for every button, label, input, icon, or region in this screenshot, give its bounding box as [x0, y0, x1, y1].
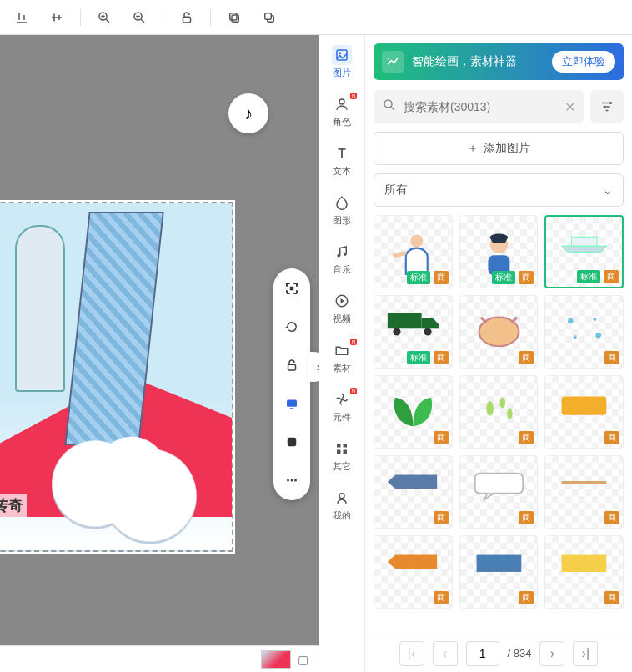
nav-item-role[interactable]: 角色N: [322, 91, 362, 132]
add-image-button[interactable]: ＋ 添加图片: [374, 132, 624, 165]
next-page-button[interactable]: ›: [539, 641, 564, 666]
tile-badge-com: 商: [519, 271, 534, 284]
nav-label: 音乐: [333, 263, 351, 276]
svg-rect-9: [287, 400, 297, 407]
focus-mode-icon[interactable]: [280, 277, 303, 300]
promo-banner[interactable]: 智能绘画，素材神器 立即体验: [374, 43, 624, 80]
asset-tile[interactable]: 商: [459, 295, 539, 369]
nav-item-text[interactable]: 文本: [322, 140, 362, 181]
tile-badge-std: 标准: [407, 351, 430, 364]
tile-badge-com: 商: [604, 431, 619, 444]
asset-tile[interactable]: 商: [544, 295, 624, 369]
asset-tile[interactable]: 商: [374, 535, 453, 609]
text-icon: [332, 143, 352, 163]
nav-item-music[interactable]: 音乐: [322, 238, 362, 279]
music-button[interactable]: ♪: [228, 93, 268, 133]
tile-badge-std: 标准: [492, 271, 515, 284]
asset-tile[interactable]: 商: [459, 535, 539, 609]
search-input[interactable]: [404, 100, 558, 113]
asset-tile[interactable]: 商: [374, 375, 453, 449]
unlock-icon[interactable]: [172, 3, 202, 33]
paste-icon[interactable]: [254, 3, 284, 33]
tile-badge-com: 商: [434, 271, 449, 284]
nav-label: 图片: [333, 67, 351, 79]
first-page-button[interactable]: |‹: [399, 641, 424, 666]
asset-tile[interactable]: 商: [374, 455, 453, 529]
component-icon: [332, 389, 352, 409]
floating-toolbar: [273, 268, 310, 500]
svg-rect-6: [265, 13, 272, 19]
more-icon[interactable]: [280, 469, 303, 492]
svg-rect-45: [474, 474, 522, 494]
separator: [163, 9, 163, 26]
nav-label: 素材: [333, 362, 351, 374]
svg-rect-3: [232, 15, 238, 22]
prev-page-button[interactable]: ‹: [433, 641, 458, 666]
svg-rect-10: [288, 438, 297, 447]
filter-button[interactable]: [590, 90, 624, 123]
svg-point-18: [344, 253, 347, 256]
tile-thumb: [386, 470, 440, 514]
asset-tile[interactable]: 商: [459, 455, 539, 529]
clear-search-icon[interactable]: ✕: [564, 99, 575, 115]
tile-badge-com: 商: [519, 591, 534, 604]
zoom-in-icon[interactable]: [89, 3, 119, 33]
page-input[interactable]: [466, 641, 499, 666]
artboard[interactable]: 写传奇: [0, 202, 233, 552]
svg-rect-44: [562, 397, 607, 415]
asset-tile[interactable]: 商: [544, 375, 624, 449]
asset-tile[interactable]: 标准商: [544, 215, 624, 288]
search-box[interactable]: ✕: [374, 90, 584, 123]
svg-point-16: [339, 99, 344, 104]
asset-tile[interactable]: 标准商: [459, 215, 539, 288]
tile-thumb: [472, 470, 526, 514]
shape-icon: [332, 193, 352, 213]
copy-icon[interactable]: [219, 3, 249, 33]
tile-thumb: [472, 310, 526, 354]
page-layout-icon[interactable]: ▢: [298, 653, 308, 666]
info-icon[interactable]: [280, 430, 303, 454]
zoom-out-icon[interactable]: [124, 3, 154, 33]
category-select[interactable]: 所有 ⌄: [374, 173, 624, 207]
display-mode-icon[interactable]: [280, 392, 303, 415]
last-page-button[interactable]: ›|: [573, 641, 598, 666]
mine-icon: [332, 488, 352, 508]
expand-handle[interactable]: ›: [308, 352, 319, 382]
tile-badge-com: 商: [604, 270, 619, 283]
separator: [80, 9, 81, 26]
tile-thumb: [557, 550, 611, 594]
nav-item-image[interactable]: 图片: [322, 42, 362, 83]
svg-rect-47: [476, 555, 521, 572]
page-thumbnail[interactable]: [261, 650, 291, 669]
asset-tile[interactable]: 商: [544, 455, 624, 529]
canvas-caption[interactable]: 写传奇: [0, 494, 27, 517]
promo-cta-button[interactable]: 立即体验: [552, 51, 615, 73]
nav-label: 文本: [333, 165, 351, 178]
align-bottom-icon[interactable]: [7, 3, 37, 33]
asset-tile[interactable]: 商: [459, 375, 539, 449]
svg-point-35: [424, 328, 431, 336]
rotate-icon[interactable]: [280, 315, 303, 339]
nav-item-shape[interactable]: 图形: [322, 189, 362, 230]
align-middle-icon[interactable]: [42, 3, 72, 33]
svg-point-27: [609, 102, 612, 104]
asset-tile[interactable]: 标准商: [374, 295, 453, 369]
tile-badge-com: 商: [434, 431, 449, 444]
svg-rect-21: [337, 444, 341, 448]
svg-rect-33: [388, 313, 422, 329]
unlock-icon[interactable]: [280, 354, 303, 377]
chevron-right-icon: ›: [317, 360, 319, 374]
nav-item-component[interactable]: 元件N: [322, 386, 362, 427]
new-badge: N: [350, 388, 357, 394]
asset-tile[interactable]: 标准商: [374, 215, 453, 288]
svg-rect-46: [562, 481, 607, 484]
tile-thumb: [472, 230, 526, 273]
nav-item-mine[interactable]: 我的: [322, 484, 362, 525]
asset-tile[interactable]: 商: [544, 535, 624, 609]
tile-thumb: [472, 390, 526, 434]
nav-item-video[interactable]: 视频: [322, 288, 362, 328]
nav-item-other[interactable]: 其它: [322, 435, 362, 476]
canvas-area[interactable]: ♪ 写传奇 › ▢: [0, 35, 319, 672]
nav-item-asset[interactable]: 素材N: [322, 337, 362, 378]
svg-rect-7: [290, 287, 294, 291]
